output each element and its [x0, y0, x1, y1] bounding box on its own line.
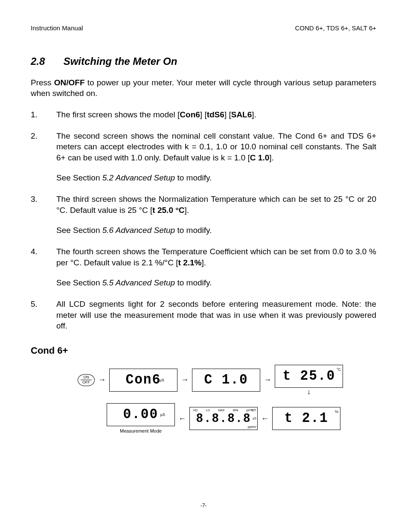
step-number: 3. [31, 194, 56, 236]
screen-cell-constant: C 1.0 [192, 369, 260, 392]
step-body: The fourth screen shows the Temperature … [56, 246, 376, 288]
list-item: 2.The second screen shows the nominal ce… [31, 131, 376, 184]
arrow-down-icon: ↓ [307, 388, 311, 395]
screen-norm-temp: t 25.0 °C [275, 365, 343, 388]
section-heading: 2.8 Switching the Meter On [31, 55, 376, 68]
page-header: Instruction Manual COND 6+, TDS 6+, SALT… [31, 24, 376, 32]
step-number: 5. [31, 299, 56, 331]
step-body: The third screen shows the Normalization… [56, 194, 376, 236]
screen-con6: Con6 µS [109, 369, 177, 392]
screen-all-segments: HOLOMAXMINpH % 8.8.8.8 °C°FµSpptmV [189, 407, 258, 430]
header-left: Instruction Manual [31, 24, 83, 32]
step-body: The first screen shows the model [Con6] … [56, 109, 376, 120]
arrow-icon: → [98, 375, 106, 385]
intro-paragraph: Press ON/OFF to power up your meter. You… [31, 77, 376, 99]
startup-diagram: ON OFF → Con6 µS → C 1.0 → t 25.0 °C ↓ 0… [78, 365, 376, 434]
arrow-icon: → [264, 375, 271, 385]
page-number: -7- [31, 502, 376, 509]
section-title: Switching the Meter On [64, 55, 177, 67]
step-number: 2. [31, 131, 56, 184]
arrow-icon: → [181, 375, 189, 385]
header-right: COND 6+, TDS 6+, SALT 6+ [295, 24, 376, 32]
step-body: The second screen shows the nominal cell… [56, 131, 376, 184]
screen-measurement: 0.00 µS [107, 403, 175, 426]
arrow-left-icon: ← [261, 413, 269, 424]
step-body: All LCD segments light for 2 seconds bef… [56, 299, 376, 331]
sub-heading: Cond 6+ [31, 344, 376, 357]
measurement-caption: Measurement Mode [120, 428, 162, 434]
list-item: 5.All LCD segments light for 2 seconds b… [31, 299, 376, 331]
list-item: 1.The first screen shows the model [Con6… [31, 109, 376, 120]
step-number: 4. [31, 246, 56, 288]
step-number: 1. [31, 109, 56, 120]
steps-list: 1.The first screen shows the model [Con6… [31, 109, 376, 331]
onoff-button-icon: ON OFF [78, 374, 95, 386]
list-item: 3.The third screen shows the Normalizati… [31, 194, 376, 236]
screen-temp-coef: t 2.1 % [272, 407, 340, 430]
section-number: 2.8 [31, 55, 61, 68]
list-item: 4.The fourth screen shows the Temperatur… [31, 246, 376, 288]
arrow-left-icon: ← [178, 413, 186, 424]
